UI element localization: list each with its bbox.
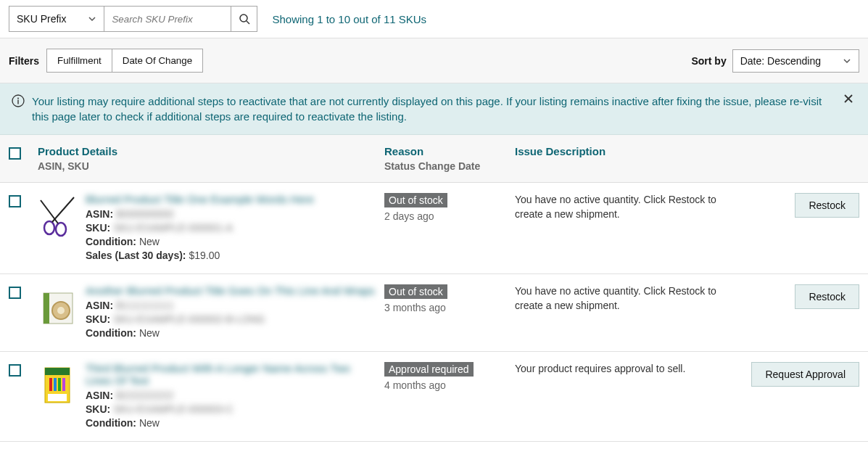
asin-label: ASIN:: [86, 390, 113, 401]
asin-value: B222222222: [116, 390, 173, 401]
sort-group: Sort by Date: Descending: [691, 49, 859, 73]
header-checkbox-col: [9, 145, 38, 160]
product-thumbnail: [38, 193, 77, 238]
svg-point-3: [17, 98, 19, 99]
filter-button-group: Fulfillment Date Of Change: [46, 49, 203, 73]
header-product-details: Product Details: [38, 145, 377, 157]
sku-value: SKU-EXAMPLE-000001-A: [113, 222, 233, 234]
row-checkbox[interactable]: [9, 195, 21, 207]
request-approval-button[interactable]: Request Approval: [751, 362, 859, 387]
status-date: 2 days ago: [384, 210, 515, 222]
condition-value: New: [139, 327, 160, 339]
restock-button[interactable]: Restock: [795, 284, 859, 309]
header-reason-col: Reason Status Change Date: [384, 145, 515, 172]
header-reason: Reason: [384, 145, 515, 157]
header-issue-description: Issue Description: [515, 145, 740, 157]
svg-rect-20: [58, 378, 61, 391]
filters-label: Filters: [9, 55, 39, 67]
filter-fulfillment-button[interactable]: Fulfillment: [46, 49, 112, 73]
table-row: Blurred Product Title One Example Words …: [0, 183, 868, 274]
row-checkbox[interactable]: [9, 287, 21, 299]
svg-rect-12: [44, 293, 49, 324]
svg-line-10: [41, 200, 58, 223]
search-icon: [239, 13, 250, 25]
header-status-date: Status Change Date: [384, 160, 515, 172]
svg-line-1: [247, 21, 249, 24]
svg-point-14: [57, 307, 65, 314]
filters-bar: Filters Fulfillment Date Of Change Sort …: [0, 38, 868, 83]
sales-label: Sales (Last 30 days):: [86, 250, 186, 261]
restock-button[interactable]: Restock: [795, 193, 859, 218]
status-badge: Out of stock: [384, 193, 447, 207]
chevron-down-icon: [88, 15, 96, 23]
sku-search-input[interactable]: [104, 6, 231, 32]
asin-value: B000000000: [116, 208, 173, 220]
table-row: Another Blurred Product Title Goes On Th…: [0, 274, 868, 352]
svg-rect-4: [17, 100, 18, 104]
asin-label: ASIN:: [86, 208, 113, 220]
sku-prefix-dropdown[interactable]: SKU Prefix: [9, 6, 104, 32]
sku-value: SKU-EXAMPLE-000002-B-LONG: [113, 313, 265, 325]
asin-label: ASIN:: [86, 300, 113, 311]
table-row: Third Blurred Product With A Longer Name…: [0, 352, 868, 442]
sku-label: SKU:: [86, 403, 110, 415]
filters-left: Filters Fulfillment Date Of Change: [9, 49, 203, 73]
sku-label: SKU:: [86, 222, 110, 234]
close-icon[interactable]: [840, 94, 856, 104]
status-date: 4 months ago: [384, 379, 515, 391]
sales-value: $19.00: [189, 250, 220, 261]
sort-dropdown[interactable]: Date: Descending: [732, 49, 859, 73]
condition-label: Condition:: [86, 236, 136, 247]
product-title-link[interactable]: Another Blurred Product Title Goes On Th…: [86, 284, 377, 297]
issue-description: Your product requires approval to sell.: [515, 362, 740, 377]
search-button[interactable]: [231, 6, 257, 32]
info-banner-text: Your listing may require additional step…: [32, 94, 833, 124]
info-banner: Your listing may require additional step…: [0, 83, 868, 135]
condition-label: Condition:: [86, 417, 136, 429]
search-group: SKU Prefix: [9, 6, 257, 32]
condition-label: Condition:: [86, 327, 136, 339]
status-badge: Out of stock: [384, 284, 447, 299]
svg-rect-21: [62, 378, 65, 391]
chevron-down-icon: [843, 57, 851, 65]
results-count: Showing 1 to 10 out of 11 SKUs: [272, 13, 426, 25]
sort-label: Sort by: [691, 55, 726, 67]
condition-value: New: [139, 417, 160, 429]
issue-description: You have no active quantity. Click Resto…: [515, 193, 740, 221]
svg-point-8: [56, 223, 66, 236]
product-title-link[interactable]: Blurred Product Title One Example Words …: [86, 193, 377, 205]
sort-dropdown-value: Date: Descending: [740, 55, 821, 67]
sku-label: SKU:: [86, 313, 110, 325]
svg-point-7: [44, 221, 54, 234]
status-badge: Approval required: [384, 362, 474, 377]
filter-date-of-change-button[interactable]: Date Of Change: [112, 49, 203, 73]
sku-value: SKU-EXAMPLE-000003-C: [113, 403, 233, 415]
condition-value: New: [139, 236, 160, 247]
product-thumbnail: [38, 284, 77, 329]
header-details-col: Product Details ASIN, SKU: [38, 145, 384, 172]
asin-value: B111111111: [116, 300, 173, 311]
svg-line-9: [52, 197, 74, 222]
svg-rect-18: [49, 378, 52, 391]
svg-rect-16: [45, 368, 70, 375]
product-thumbnail: [38, 362, 77, 407]
search-toolbar: SKU Prefix Showing 1 to 10 out of 11 SKU…: [0, 0, 868, 38]
svg-rect-19: [54, 378, 57, 391]
header-asin-sku: ASIN, SKU: [38, 160, 377, 172]
svg-point-0: [240, 15, 247, 22]
info-icon: [12, 94, 25, 107]
svg-rect-17: [48, 394, 67, 401]
issue-description: You have no active quantity. Click Resto…: [515, 284, 740, 313]
product-title-link[interactable]: Third Blurred Product With A Longer Name…: [86, 362, 377, 387]
select-all-checkbox[interactable]: [9, 147, 21, 160]
header-issue-col: Issue Description: [515, 145, 740, 157]
status-date: 3 months ago: [384, 302, 515, 313]
sku-prefix-dropdown-label: SKU Prefix: [17, 13, 66, 25]
table-header: Product Details ASIN, SKU Reason Status …: [0, 135, 868, 183]
row-checkbox[interactable]: [9, 364, 21, 377]
